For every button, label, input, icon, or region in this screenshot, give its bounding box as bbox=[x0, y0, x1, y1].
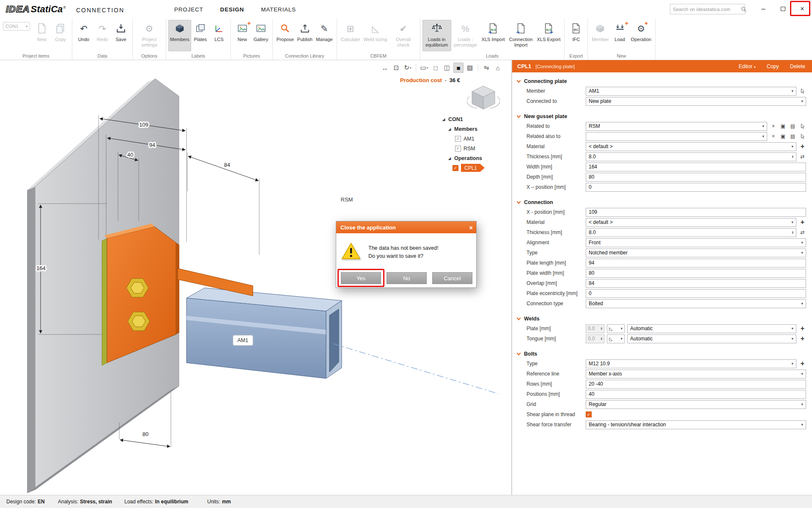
input-x-position-mm[interactable]: 0 bbox=[586, 183, 806, 192]
checkbox-checked-icon[interactable]: ✓ bbox=[455, 146, 461, 152]
input-rows-mm[interactable]: 20 -40 bbox=[586, 380, 806, 389]
select-connected-to[interactable]: New plate▾ bbox=[586, 97, 806, 106]
hidden-lines-cube-icon[interactable]: ◫ bbox=[442, 63, 452, 73]
home-view-icon[interactable]: ⌂ bbox=[493, 63, 503, 73]
input-plate-eccentricity-mm[interactable]: 0 bbox=[586, 289, 806, 298]
pick-icon[interactable] bbox=[799, 133, 806, 140]
input-plate-length-mm[interactable]: 94 bbox=[586, 259, 806, 268]
select-material[interactable]: < default >▾ bbox=[586, 142, 796, 151]
select-related-to[interactable]: RSM▾ bbox=[586, 122, 767, 131]
navigation-cube[interactable] bbox=[467, 84, 500, 113]
cancel-button[interactable]: Cancel bbox=[432, 272, 472, 284]
section-header-welds[interactable]: Welds bbox=[512, 314, 812, 323]
fit-view-icon[interactable]: ⊡ bbox=[391, 63, 401, 73]
ribbon-button-save[interactable]: Save bbox=[112, 20, 130, 51]
search-input[interactable] bbox=[670, 7, 741, 12]
swap-icon[interactable]: ⇄ bbox=[799, 229, 806, 236]
solid-cube-icon[interactable]: ■ bbox=[453, 63, 464, 73]
tree-node-members[interactable]: ◢ Members bbox=[440, 124, 511, 134]
minimize-button[interactable]: – bbox=[754, 0, 773, 18]
stepper-icons[interactable]: ▴▾ bbox=[601, 337, 602, 340]
editor-button[interactable]: Editor ▾ bbox=[739, 64, 756, 69]
ribbon-button-propose[interactable]: Propose bbox=[275, 20, 296, 51]
input-thickness-mm[interactable]: 8.0▴▾ bbox=[586, 152, 796, 161]
plus-icon[interactable]: + bbox=[799, 143, 806, 150]
select-alignment[interactable]: Front▾ bbox=[586, 238, 806, 247]
maximize-button[interactable] bbox=[773, 0, 793, 18]
section-header-connecting-plate[interactable]: Connecting plate bbox=[512, 77, 812, 86]
plus-icon[interactable]: + bbox=[799, 325, 806, 332]
ribbon-button-members[interactable]: Members bbox=[168, 20, 191, 51]
weld-symbol-select[interactable]: ◺▾ bbox=[607, 324, 625, 333]
ribbon-button-undo[interactable]: ↶Undo bbox=[74, 20, 93, 51]
select-type[interactable]: Notched member▾ bbox=[586, 248, 806, 257]
section-header-bolts[interactable]: Bolts bbox=[512, 349, 812, 359]
ribbon-button-new[interactable]: +New bbox=[233, 20, 252, 51]
ribbon-button-ifc[interactable]: IFCIFC bbox=[567, 20, 585, 51]
checkbox-shear-plane-in-thread[interactable]: ✓ bbox=[586, 411, 592, 417]
section-header-connection[interactable]: Connection bbox=[512, 198, 812, 207]
input-positions-mm[interactable]: 40 bbox=[586, 390, 806, 399]
dialog-titlebar[interactable]: Close the application × bbox=[336, 221, 476, 233]
ribbon-button-operation[interactable]: ⚙+Operation bbox=[629, 20, 653, 51]
plus-icon[interactable]: + bbox=[799, 219, 806, 226]
tree-node-am1[interactable]: ✓ AM1 bbox=[440, 134, 511, 144]
tree-node-con1[interactable]: ◢ CON1 bbox=[440, 114, 511, 124]
select-related-also-to[interactable]: ▾ bbox=[586, 132, 767, 141]
tree-expander-icon[interactable]: ◢ bbox=[442, 117, 446, 121]
duplicate-icon[interactable]: ▣ bbox=[779, 123, 787, 130]
weld-size-input[interactable]: 0.0▴▾ bbox=[586, 334, 604, 343]
ribbon-button-load[interactable]: +Load bbox=[611, 20, 629, 51]
pick-icon[interactable] bbox=[799, 88, 806, 95]
ribbon-button-connection-import[interactable]: Connection Import bbox=[507, 20, 535, 51]
stepper-icons[interactable]: ▴▾ bbox=[601, 327, 602, 330]
duplicate-icon[interactable]: ▣ bbox=[779, 133, 787, 140]
input-plate-width-mm[interactable]: 80 bbox=[586, 269, 806, 278]
select-reference-line[interactable]: Member x-axis▾ bbox=[586, 370, 806, 378]
select-member[interactable]: AM1▾ bbox=[586, 87, 796, 96]
copy-operation-button[interactable]: Copy bbox=[767, 64, 779, 69]
remove-icon[interactable]: × bbox=[770, 133, 777, 140]
zoom-window-icon[interactable]: ▭▾ bbox=[419, 63, 429, 73]
pick-icon[interactable] bbox=[799, 123, 806, 130]
swap-icon[interactable]: ⇄ bbox=[799, 153, 806, 160]
delete-operation-button[interactable]: Delete bbox=[790, 64, 805, 69]
select-material[interactable]: < default >▾ bbox=[586, 218, 796, 227]
weld-size-input[interactable]: 0.0▴▾ bbox=[586, 324, 604, 333]
select-type[interactable]: M12 10.9▾ bbox=[586, 359, 796, 368]
select-connection-type[interactable]: Bolted▾ bbox=[586, 299, 806, 308]
ribbon-button-xls-import[interactable]: XLSXLS Import bbox=[480, 20, 507, 51]
weld-symbol-select[interactable]: ◺▾ bbox=[607, 334, 625, 343]
checkbox-checked-icon[interactable]: ✓ bbox=[455, 136, 461, 142]
close-button[interactable]: × bbox=[793, 0, 812, 18]
wireframe-cube-icon[interactable]: □ bbox=[431, 63, 441, 73]
library-icon[interactable]: ▤ bbox=[789, 123, 796, 130]
input-thickness-mm[interactable]: 8.0▴▾ bbox=[586, 228, 796, 237]
ribbon-button-publish[interactable]: Publish bbox=[296, 20, 314, 51]
no-button[interactable]: No bbox=[387, 272, 427, 284]
input-overlap-mm[interactable]: 84 bbox=[586, 279, 806, 288]
tab-materials[interactable]: MATERIALS bbox=[261, 6, 296, 13]
remove-icon[interactable]: × bbox=[770, 123, 777, 130]
stepper-icons[interactable]: ▴▾ bbox=[792, 155, 793, 158]
tree-node-operations[interactable]: ◢ Operations bbox=[440, 153, 511, 163]
search-box[interactable] bbox=[670, 4, 745, 14]
select-grid[interactable]: Regular▾ bbox=[586, 400, 806, 409]
ribbon-button-loads-in-equilibrium[interactable]: Loads in equilibrium bbox=[422, 20, 451, 51]
select-tongue-mm[interactable]: Automatic▾ bbox=[627, 334, 796, 343]
input-x-position-mm[interactable]: 109 bbox=[586, 208, 806, 217]
orbit-icon[interactable]: ↻▾ bbox=[403, 63, 413, 73]
section-header-new-gusset-plate[interactable]: New gusset plate bbox=[512, 112, 812, 121]
tab-design[interactable]: DESIGN bbox=[220, 6, 244, 13]
tree-node-rsm[interactable]: ✓ RSM bbox=[440, 144, 511, 153]
dialog-close-icon[interactable]: × bbox=[469, 224, 473, 231]
transparent-cube-icon[interactable]: ▨ bbox=[465, 63, 475, 73]
member-tube-3d[interactable] bbox=[187, 288, 342, 378]
ribbon-button-lcs[interactable]: LCS bbox=[210, 20, 228, 51]
input-width-mm[interactable]: 164 bbox=[586, 163, 806, 171]
tree-expander-icon[interactable]: ◢ bbox=[447, 156, 452, 160]
tab-project[interactable]: PROJECT bbox=[174, 6, 203, 13]
select-shear-force-transfer[interactable]: Bearing - tension/shear interaction▾ bbox=[586, 420, 806, 429]
yes-button[interactable]: Yes bbox=[341, 272, 381, 284]
checkbox-checked-orange-icon[interactable]: ✓ bbox=[453, 165, 458, 171]
